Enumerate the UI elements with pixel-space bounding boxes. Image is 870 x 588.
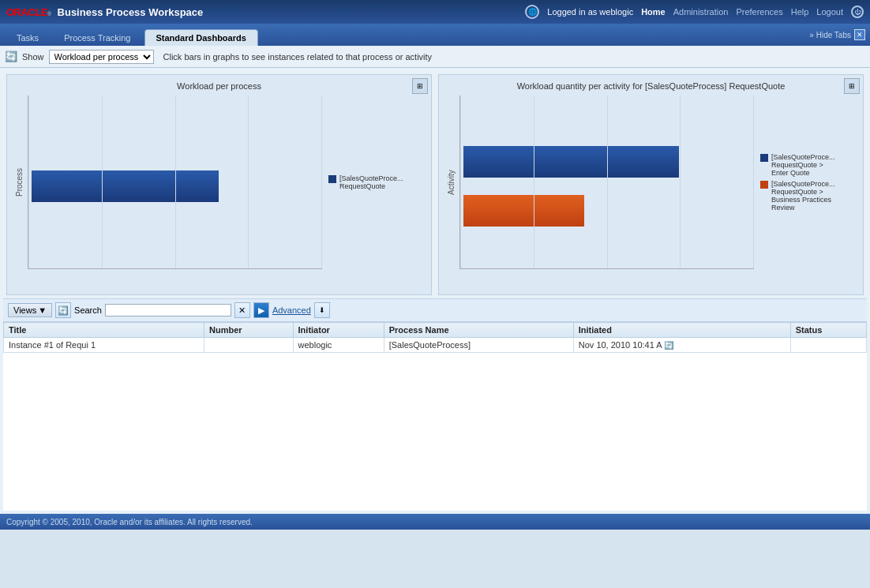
charts-area: Workload per process Process [3,71,867,298]
views-label: Views [13,305,36,315]
right-bar-row-2[interactable] [463,191,751,230]
grid-line [534,96,534,268]
grid-line [753,96,754,268]
right-legend-label-1: [SalesQuoteProce...RequestQuote >Enter Q… [771,153,835,177]
left-bar-chart[interactable] [28,96,322,269]
grid-line [460,96,461,268]
actions-row: Views ▼ 🔄 Search ✕ ▶ Advanced ⬇ [3,298,867,322]
cell-process-name: [SalesQuoteProcess] [384,338,573,353]
power-icon: ⏻ [851,6,864,18]
app-title: Business Process Workspace [58,6,204,18]
right-chart-area: Activity [445,96,857,269]
hide-tabs-button[interactable]: » Hide Tabs ✕ [809,29,865,40]
col-initiated[interactable]: Initiated [573,323,790,338]
tab-process-tracking[interactable]: Process Tracking [52,29,142,46]
right-chart-title: Workload quantity per activity for [Sale… [445,81,857,91]
left-bar-row-1[interactable] [32,167,319,206]
search-clear-icon[interactable]: ✕ [234,302,250,318]
header-nav: 🌐 Logged in as weblogic Home Administrat… [525,5,864,19]
toolbar-info-text: Click bars in graphs to see instances re… [163,52,433,62]
left-chart-panel: Workload per process Process [6,74,432,295]
chevron-down-icon: ▼ [38,305,47,315]
right-blue-swatch [760,154,768,162]
search-label: Search [74,305,102,315]
right-legend-label-2: [SalesQuoteProce...RequestQuote >Busines… [771,180,835,212]
tab-tasks[interactable]: Tasks [5,29,51,46]
preferences-link[interactable]: Preferences [736,7,782,17]
left-chart-inner: [SalesQuoteProce...RequestQuote [28,96,425,269]
hide-tabs-label: » Hide Tabs [809,31,851,39]
advanced-button[interactable]: Advanced [272,305,311,315]
show-label: Show [22,52,44,62]
right-bar-row-1[interactable] [463,142,751,182]
grid-line [321,96,322,268]
main-content: Workload per process Process [0,68,870,514]
right-bar-orange[interactable] [463,195,584,227]
right-bar-blue[interactable] [463,146,679,178]
left-legend-label-1: [SalesQuoteProce...RequestQuote [339,174,403,190]
left-chart-icon[interactable]: ⊞ [412,78,428,94]
copyright-text: Copyright © 2005, 2010, Oracle and/or it… [6,518,253,526]
tab-standard-dashboards[interactable]: Standard Dashboards [144,29,258,46]
left-y-axis-label: Process [13,96,24,269]
toolbar: 🔄 Show Workload per process Click bars i… [0,46,870,68]
right-chart-inner: [SalesQuoteProce...RequestQuote >Enter Q… [459,96,857,269]
table-container: Title Number Initiator Process Name Init… [3,322,867,353]
refresh-action-icon[interactable]: 🔄 [55,302,71,318]
right-y-axis-label: Activity [445,96,456,269]
close-tabs-icon[interactable]: ✕ [854,29,865,40]
instances-table: Title Number Initiator Process Name Init… [3,322,867,353]
cell-title: Instance #1 of Requi 1 [4,338,204,353]
oracle-wordmark: ORACLE® [6,6,51,18]
col-title[interactable]: Title [4,323,204,338]
table-header-row: Title Number Initiator Process Name Init… [4,323,867,338]
col-process-name[interactable]: Process Name [384,323,573,338]
cell-initiated: Nov 10, 2010 10:41 A 🔄 [573,338,790,353]
cell-status [790,338,866,353]
right-legend-item-1: [SalesQuoteProce...RequestQuote >Enter Q… [760,153,857,177]
right-chart-icon[interactable]: ⊞ [844,78,860,94]
right-orange-swatch [760,181,768,189]
left-chart-title: Workload per process [13,81,425,91]
logged-in-text: Logged in as weblogic [547,7,633,17]
right-bar-chart[interactable] [459,96,754,269]
left-bar-1[interactable] [32,170,219,202]
logout-link[interactable]: Logout [816,7,843,17]
grid-line [28,96,29,268]
grid-line [607,96,608,268]
views-button[interactable]: Views ▼ [8,303,52,317]
col-number[interactable]: Number [204,323,293,338]
help-link[interactable]: Help [791,7,809,17]
right-legend-item-2: [SalesQuoteProce...RequestQuote >Busines… [760,180,857,212]
workload-select[interactable]: Workload per process [49,50,154,64]
status-icon: 🔄 [664,341,673,350]
toolbar-refresh-icon[interactable]: 🔄 [5,51,17,63]
left-chart-legend: [SalesQuoteProce...RequestQuote [322,96,425,269]
app-footer: Copyright © 2005, 2010, Oracle and/or it… [0,514,870,530]
right-chart-panel: Workload quantity per activity for [Sale… [438,74,864,295]
oracle-logo: ORACLE® Business Process Workspace [6,6,203,18]
table-body: Instance #1 of Requi 1 weblogic [SalesQu… [4,338,867,353]
export-icon[interactable]: ⬇ [314,302,330,318]
left-chart-with-legend: [SalesQuoteProce...RequestQuote [28,96,425,269]
table-row[interactable]: Instance #1 of Requi 1 weblogic [SalesQu… [4,338,867,353]
search-go-icon[interactable]: ▶ [253,302,269,318]
administration-link[interactable]: Administration [673,7,729,17]
home-link[interactable]: Home [641,7,666,17]
left-legend-item-1: [SalesQuoteProce...RequestQuote [328,174,425,190]
right-grid-lines [460,96,754,268]
right-chart-with-legend: [SalesQuoteProce...RequestQuote >Enter Q… [459,96,857,269]
blue-swatch [328,175,336,183]
app-header: ORACLE® Business Process Workspace 🌐 Log… [0,0,870,24]
right-chart-legend: [SalesQuoteProce...RequestQuote >Enter Q… [754,96,857,269]
cell-number [204,338,293,353]
cell-initiator: weblogic [293,338,384,353]
search-input[interactable] [105,304,231,316]
empty-content-area [3,353,867,511]
col-initiator[interactable]: Initiator [293,323,384,338]
col-status[interactable]: Status [790,323,866,338]
tabs-row: Tasks Process Tracking Standard Dashboar… [0,24,870,46]
grid-line [680,96,681,268]
left-chart-area: Process [13,96,425,269]
globe-icon: 🌐 [525,5,539,19]
